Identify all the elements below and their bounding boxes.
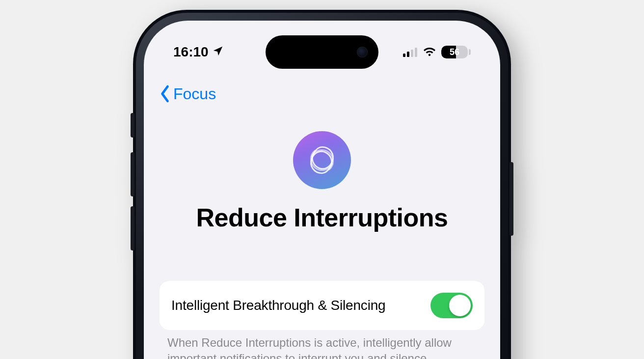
status-right-group: 56 [403, 46, 471, 58]
toggle-knob [449, 295, 471, 316]
side-button-volume-down [131, 206, 134, 250]
svg-rect-2 [411, 50, 413, 57]
back-button[interactable]: Focus [159, 84, 216, 103]
setting-label: Intelligent Breakthrough & Silencing [171, 298, 385, 313]
phone-screen: 16:10 [144, 21, 500, 359]
phone-mockup: 16:10 [133, 10, 511, 359]
location-icon [213, 44, 223, 60]
dynamic-island [266, 35, 378, 69]
svg-rect-0 [403, 54, 405, 57]
wifi-icon [423, 47, 436, 57]
reduce-interruptions-icon [293, 131, 351, 189]
svg-rect-1 [407, 52, 409, 57]
toggle-switch[interactable] [430, 293, 473, 318]
cellular-signal-icon [403, 47, 418, 57]
side-button-action [131, 113, 134, 138]
battery-indicator: 56 [441, 46, 471, 58]
phone-frame: 16:10 [133, 10, 511, 359]
battery-percent-label: 56 [441, 47, 468, 57]
page-title: Reduce Interruptions [196, 203, 448, 232]
side-button-volume-up [131, 152, 134, 196]
status-time: 16:10 [173, 44, 209, 60]
setting-row-intelligent-breakthrough[interactable]: Intelligent Breakthrough & Silencing [160, 281, 484, 330]
front-camera-icon [357, 47, 368, 57]
page-header: Reduce Interruptions [144, 131, 500, 232]
svg-rect-3 [415, 48, 417, 57]
back-button-label: Focus [173, 85, 216, 103]
side-button-power [510, 162, 513, 236]
status-left-group: 16:10 [173, 44, 223, 60]
setting-description: When Reduce Interruptions is active, int… [167, 335, 477, 359]
